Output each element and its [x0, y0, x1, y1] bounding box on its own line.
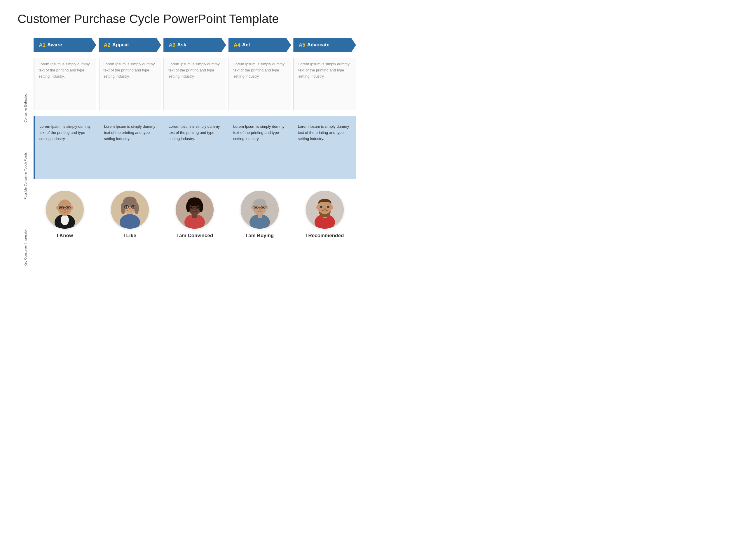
header-ask-label: Ask: [177, 42, 186, 48]
cb-cell-1: Lorem Ipsum is simply dummy text of the …: [99, 58, 161, 110]
label-impression: Key Consumer Impression: [18, 214, 33, 281]
main-layout: Consumer Behaviour Possible Consumer Tou…: [18, 38, 356, 281]
cb-cell-3: Lorem Ipsum is simply dummy text of the …: [229, 58, 291, 110]
imp-label-2: I am Convinced: [177, 233, 213, 239]
tp-cell-2: Lorem Ipsum is simply dummy text of the …: [164, 121, 227, 174]
svg-point-15: [123, 196, 136, 206]
svg-point-21: [126, 206, 127, 208]
svg-point-49: [262, 207, 264, 208]
cb-cell-4: Lorem Ipsum is simply dummy text of the …: [293, 58, 356, 110]
svg-point-11: [63, 209, 66, 211]
imp-label-3: I am Buying: [246, 233, 274, 239]
svg-point-48: [255, 207, 257, 208]
svg-point-10: [67, 207, 69, 209]
svg-point-5: [70, 206, 73, 210]
headers-row: A1 Aware A2 Appeal A3 Ask A4 Act A5 Advo…: [33, 38, 356, 52]
tp-cell-4: Lorem Ipsum is simply dummy text of the …: [294, 121, 356, 174]
svg-point-42: [265, 205, 268, 209]
touch-points-row: Lorem Ipsum is simply dummy text of the …: [33, 116, 356, 179]
label-consumer-behaviour: Consumer Behaviour: [18, 77, 33, 138]
svg-point-59: [323, 208, 326, 210]
svg-point-35: [197, 207, 199, 209]
header-act-label: Act: [242, 42, 250, 48]
imp-cell-4: I Recommended: [293, 188, 356, 241]
header-advocate: A5 Advocate: [293, 38, 356, 52]
label-touch-points: Possible Consumer Touch Points: [18, 144, 33, 208]
imp-label-1: I Like: [123, 233, 136, 239]
header-appeal-label: Appeal: [112, 42, 129, 48]
imp-cell-2: I am Convinced: [163, 188, 226, 241]
avatar-4: [306, 191, 344, 229]
header-ask: A3 Ask: [163, 38, 226, 52]
header-aware: A1 Aware: [33, 38, 96, 52]
imp-cell-0: I Know: [33, 188, 96, 241]
avatar-2: [176, 191, 213, 229]
svg-point-22: [132, 206, 134, 208]
consumer-behaviour-row: Lorem Ipsum is simply dummy text of the …: [33, 58, 356, 110]
tp-cell-0: Lorem Ipsum is simply dummy text of the …: [35, 121, 98, 174]
header-advocate-letter: A5: [299, 42, 305, 48]
header-act: A4 Act: [229, 38, 291, 52]
imp-label-0: I Know: [57, 233, 73, 239]
page-title: Customer Purchase Cycle PowerPoint Templ…: [18, 12, 356, 26]
svg-point-36: [194, 209, 196, 210]
tp-cell-1: Lorem Ipsum is simply dummy text of the …: [100, 121, 162, 174]
svg-point-4: [56, 206, 59, 210]
svg-point-17: [134, 203, 139, 214]
svg-point-2: [61, 215, 69, 225]
cb-cell-2: Lorem Ipsum is simply dummy text of the …: [163, 58, 226, 110]
header-appeal: A2 Appeal: [99, 38, 161, 52]
header-act-letter: A4: [234, 42, 240, 48]
svg-point-57: [320, 206, 323, 208]
content-area: A1 Aware A2 Appeal A3 Ask A4 Act A5 Advo…: [33, 38, 356, 281]
svg-point-58: [327, 206, 330, 208]
impression-row: I Know: [33, 188, 356, 241]
avatar-3: [241, 191, 279, 229]
cb-cell-0: Lorem Ipsum is simply dummy text of the …: [33, 58, 96, 110]
imp-cell-3: I am Buying: [229, 188, 291, 241]
svg-point-29: [186, 202, 190, 212]
avatar-0: [46, 191, 84, 229]
tp-cell-3: Lorem Ipsum is simply dummy text of the …: [229, 121, 291, 174]
svg-point-30: [199, 202, 203, 212]
header-aware-letter: A1: [39, 42, 46, 48]
svg-point-56: [330, 205, 333, 209]
svg-point-41: [251, 205, 254, 209]
svg-point-34: [190, 207, 192, 209]
header-advocate-label: Advocate: [307, 42, 330, 48]
svg-point-23: [129, 208, 131, 210]
imp-cell-1: I Like: [99, 188, 161, 241]
header-aware-label: Aware: [47, 42, 62, 48]
svg-point-16: [121, 203, 126, 214]
svg-point-50: [259, 208, 261, 210]
header-appeal-letter: A2: [104, 42, 110, 48]
imp-label-4: I Recommended: [306, 233, 344, 239]
header-ask-letter: A3: [169, 42, 175, 48]
row-labels: Consumer Behaviour Possible Consumer Tou…: [18, 38, 33, 281]
svg-point-55: [316, 205, 319, 209]
svg-point-9: [60, 207, 62, 209]
avatar-1: [111, 191, 149, 229]
